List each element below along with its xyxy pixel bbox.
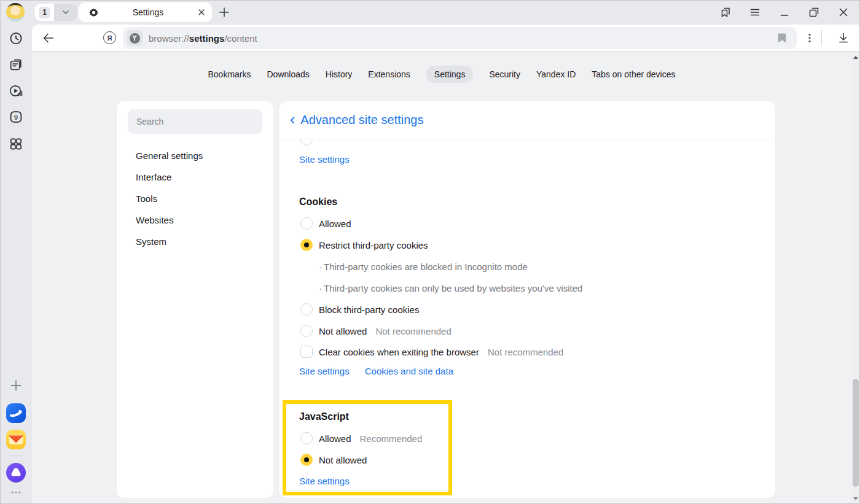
maximize-restore-icon[interactable] (808, 6, 820, 18)
restrict-note-1: Third-party cookies are blocked in Incog… (319, 260, 528, 273)
rail-divider (9, 456, 23, 456)
browser-window: 1 Settings (0, 0, 860, 504)
radio-partially-scrolled[interactable] (300, 140, 313, 145)
radio-selected-icon[interactable] (300, 454, 313, 466)
nav-tabs-other-devices[interactable]: Tabs on other devices (592, 66, 675, 83)
chevron-down-icon (61, 7, 71, 17)
feed-icon[interactable] (9, 58, 23, 72)
scrollbar-down-arrow[interactable] (853, 497, 858, 500)
side-rail: 9 (0, 25, 32, 504)
tab-counter-button[interactable]: 1 (35, 4, 54, 21)
settings-sidebar-card: General settings Interface Tools Website… (117, 101, 273, 498)
apps-grid-icon[interactable] (9, 137, 23, 151)
url-text[interactable]: browser://settings/content (149, 27, 257, 49)
cookies-clear-on-exit[interactable]: Clear cookies when exiting the browser N… (300, 344, 563, 359)
more-dots-icon[interactable] (9, 490, 23, 495)
kebab-menu-icon[interactable] (803, 32, 816, 44)
restrict-note-2: Third-party cookies can only be used by … (319, 281, 582, 295)
new-tab-button[interactable] (217, 5, 232, 20)
menu-icon[interactable] (749, 6, 761, 18)
tab-settings[interactable]: Settings (79, 2, 212, 22)
cookies-option-not-allowed[interactable]: Not allowed Not recommended (300, 324, 452, 338)
option-note: Not recommended (488, 347, 563, 357)
option-label[interactable]: Not allowed (319, 326, 367, 336)
bookmark-icon[interactable] (777, 33, 787, 44)
side-panel-bookmarks-icon[interactable] (719, 6, 732, 18)
option-note: Recommended (360, 433, 423, 444)
gear-icon (88, 7, 99, 18)
cookies-and-site-data-link[interactable]: Cookies and site data (365, 366, 453, 379)
cookies-option-block-third-party[interactable]: Block third-party cookies (300, 302, 419, 317)
sidebar-item-interface[interactable]: Interface (136, 170, 171, 184)
page-header: ‹ Advanced site settings (280, 101, 775, 139)
settings-scroll-area: Site settings Cookies Allowed Restrict t… (280, 140, 775, 498)
back-icon[interactable] (42, 32, 54, 44)
radio-icon[interactable] (300, 432, 313, 444)
advanced-site-settings-card: ‹ Advanced site settings Site settings C… (280, 101, 775, 498)
back-chevron-icon[interactable]: ‹ (290, 113, 295, 125)
radio-icon[interactable] (300, 325, 313, 337)
yandex-search-icon[interactable]: Я (103, 31, 116, 44)
radio-selected-icon[interactable] (300, 239, 313, 251)
yandex-disk-icon[interactable] (6, 403, 26, 423)
cookies-links: Site settings Cookies and site data (299, 366, 453, 379)
toolbar-divider (821, 30, 822, 46)
nav-bookmarks[interactable]: Bookmarks (208, 66, 251, 83)
sidebar-item-websites[interactable]: Websites (136, 213, 173, 227)
tab-group-icon[interactable]: 9 (9, 110, 23, 124)
nav-security[interactable]: Security (489, 66, 520, 83)
option-label[interactable]: Not allowed (319, 455, 367, 465)
profile-avatar[interactable] (6, 3, 25, 21)
minimize-icon[interactable] (778, 6, 791, 18)
tab-count-badge: 1 (39, 7, 50, 18)
nav-settings[interactable]: Settings (426, 66, 474, 83)
history-clock-icon[interactable] (9, 31, 23, 45)
page-title[interactable]: Advanced site settings (300, 113, 423, 127)
downloads-icon[interactable] (837, 32, 850, 44)
javascript-heading: JavaScript (299, 409, 349, 424)
sidebar-item-general-settings[interactable]: General settings (136, 149, 203, 162)
scrollbar-up-arrow[interactable] (853, 56, 858, 59)
option-label[interactable]: Restrict third-party cookies (319, 240, 428, 250)
javascript-option-not-allowed[interactable]: Not allowed (300, 452, 367, 467)
video-music-icon[interactable] (9, 84, 23, 99)
close-window-icon[interactable] (837, 6, 850, 18)
settings-nav: Bookmarks Downloads History Extensions S… (32, 66, 851, 83)
site-settings-link-top[interactable]: Site settings (299, 152, 350, 166)
nav-history[interactable]: History (326, 66, 353, 83)
nav-extensions[interactable]: Extensions (368, 66, 410, 83)
javascript-option-allowed[interactable]: Allowed Recommended (300, 431, 422, 446)
alice-assistant-icon[interactable] (6, 463, 26, 483)
site-settings-link-javascript[interactable]: Site settings (299, 474, 350, 487)
checkbox-icon[interactable] (300, 346, 313, 358)
page-scrollbar[interactable] (851, 52, 860, 504)
nav-yandex-id[interactable]: Yandex ID (536, 66, 576, 83)
titlebar: 1 Settings (0, 0, 860, 25)
cookies-option-restrict-third-party[interactable]: Restrict third-party cookies (300, 238, 428, 252)
tab-list-dropdown[interactable] (54, 4, 77, 21)
protect-icon (130, 33, 140, 44)
svg-text:9: 9 (14, 114, 18, 121)
radio-icon[interactable] (300, 217, 313, 230)
nav-downloads[interactable]: Downloads (267, 66, 310, 83)
site-settings-link-cookies[interactable]: Site settings (299, 366, 350, 379)
cookies-option-allowed[interactable]: Allowed (300, 216, 351, 231)
sidebar-item-system[interactable]: System (136, 235, 166, 248)
option-label[interactable]: Block third-party cookies (319, 304, 419, 315)
settings-page: Bookmarks Downloads History Extensions S… (32, 52, 851, 504)
add-panel-icon[interactable] (9, 379, 23, 392)
scrollbar-thumb[interactable] (853, 379, 859, 487)
radio-icon[interactable] (300, 303, 313, 316)
address-bar[interactable]: browser://settings/content (123, 27, 797, 49)
toolbar: Я browser://settings/content (32, 25, 860, 52)
option-label[interactable]: Clear cookies when exiting the browser (319, 347, 479, 357)
sidebar-item-tools[interactable]: Tools (136, 192, 157, 205)
settings-search-input[interactable] (128, 109, 262, 134)
yandex-mail-icon[interactable] (6, 430, 26, 449)
option-label[interactable]: Allowed (319, 219, 351, 229)
option-note: Not recommended (375, 326, 451, 336)
tab-counter-control[interactable]: 1 (35, 4, 77, 21)
tab-close-icon[interactable] (197, 8, 206, 17)
option-label[interactable]: Allowed (319, 433, 351, 444)
protect-badge[interactable] (127, 30, 143, 46)
